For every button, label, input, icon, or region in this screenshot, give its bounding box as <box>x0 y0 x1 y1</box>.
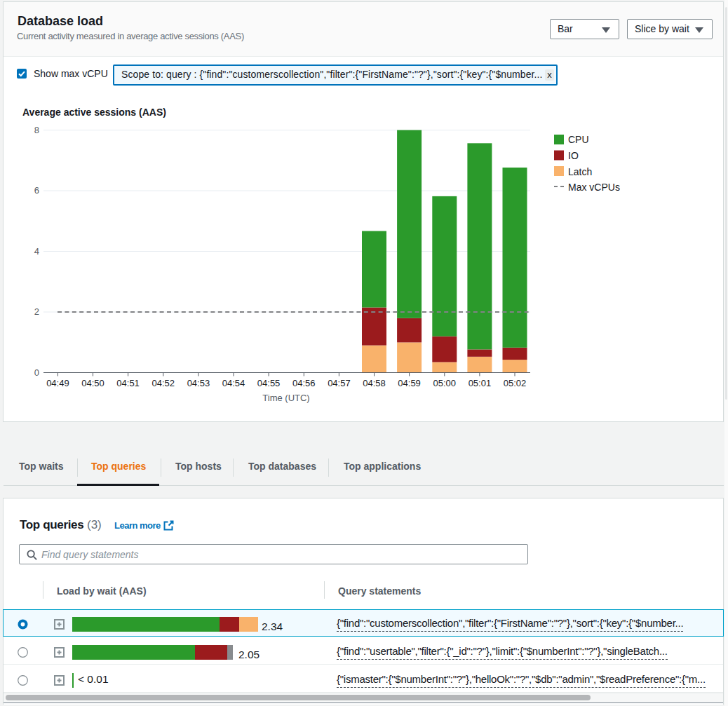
svg-text:04:55: 04:55 <box>257 378 281 388</box>
svg-text:4: 4 <box>34 246 39 257</box>
svg-text:CPU: CPU <box>568 134 589 145</box>
svg-text:Time (UTC): Time (UTC) <box>262 393 309 403</box>
svg-text:Latch: Latch <box>568 166 592 177</box>
svg-text:04:52: 04:52 <box>152 378 175 388</box>
svg-text:04:51: 04:51 <box>116 378 140 388</box>
svg-text:05:02: 05:02 <box>504 378 527 388</box>
svg-text:04:56: 04:56 <box>292 378 316 388</box>
svg-text:Max vCPUs: Max vCPUs <box>568 182 620 193</box>
svg-text:04:57: 04:57 <box>328 378 351 388</box>
svg-text:IO: IO <box>568 150 579 161</box>
svg-text:04:59: 04:59 <box>398 378 421 388</box>
svg-text:2: 2 <box>34 306 39 317</box>
svg-text:04:49: 04:49 <box>46 378 69 388</box>
svg-text:8: 8 <box>34 125 39 135</box>
svg-text:6: 6 <box>34 185 39 196</box>
svg-text:04:50: 04:50 <box>81 378 105 388</box>
svg-text:04:58: 04:58 <box>363 378 386 388</box>
svg-text:04:53: 04:53 <box>187 378 210 388</box>
svg-text:0: 0 <box>34 367 39 378</box>
svg-text:Average active sessions (AAS): Average active sessions (AAS) <box>22 107 166 118</box>
svg-text:04:54: 04:54 <box>222 378 245 388</box>
svg-text:05:01: 05:01 <box>469 378 492 388</box>
svg-text:05:00: 05:00 <box>433 378 457 388</box>
